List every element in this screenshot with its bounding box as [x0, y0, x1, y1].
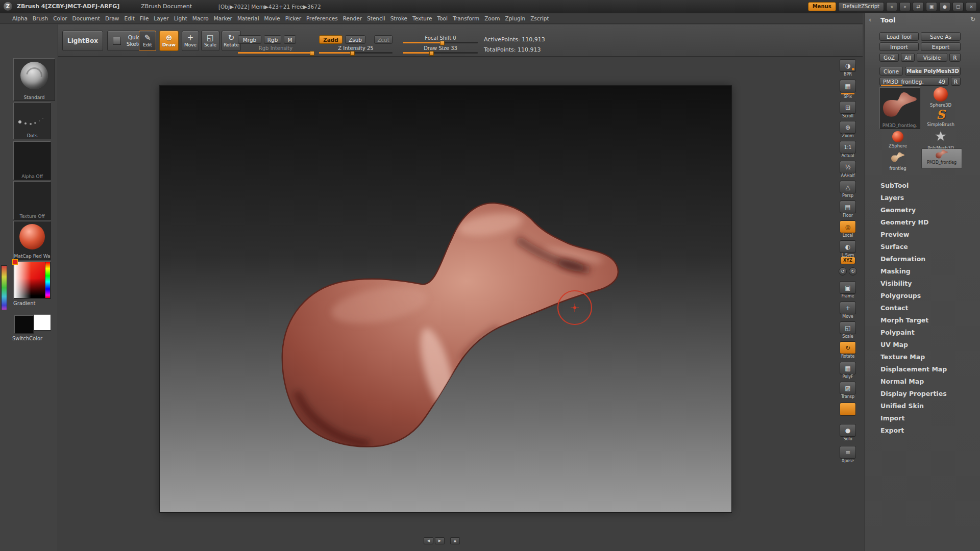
tool-section[interactable]: Displacement Map: [865, 363, 980, 375]
tray-scroll-right-icon[interactable]: »: [899, 2, 911, 11]
floor-grid-button[interactable]: ▤: [840, 201, 856, 213]
zadd-button[interactable]: Zadd: [319, 35, 342, 44]
menu-item[interactable]: Preferences: [306, 15, 338, 21]
menu-item[interactable]: Document: [72, 15, 100, 21]
m-button[interactable]: M: [284, 35, 296, 44]
open-tray-button[interactable]: ▲: [450, 537, 460, 544]
draw-mode-button[interactable]: ⊕ Draw: [159, 31, 179, 51]
focal-shift-slider[interactable]: Focal Shift 0: [403, 35, 478, 43]
edge-color-strip[interactable]: [1, 265, 7, 310]
active-tool-slider[interactable]: PM3D_frontleg. 49: [879, 77, 949, 86]
tool-section[interactable]: Polygroups: [865, 290, 980, 302]
active-tool-thumbnail[interactable]: PM3D_frontleg.: [879, 87, 920, 129]
material-selector[interactable]: MatCap Red Wa: [13, 221, 51, 260]
tool-section[interactable]: Unified Skin: [865, 400, 980, 412]
swap-bars-icon[interactable]: ⇄: [913, 2, 924, 11]
move-3d-button[interactable]: +: [840, 302, 856, 314]
tool-section[interactable]: UV Map: [865, 339, 980, 351]
aahalf-button[interactable]: ½: [840, 161, 856, 173]
tool-section[interactable]: Morph Target: [865, 314, 980, 327]
tray-scroll-left-icon[interactable]: «: [886, 2, 897, 11]
ghost-button[interactable]: [840, 403, 856, 416]
stroke-selector[interactable]: Dots: [13, 103, 51, 139]
menu-item[interactable]: Alpha: [12, 15, 28, 21]
xpose-button[interactable]: ≡: [840, 446, 856, 459]
zcut-button[interactable]: Zcut: [374, 35, 393, 44]
menu-item[interactable]: File: [140, 15, 149, 21]
tool-section[interactable]: Normal Map: [865, 375, 980, 388]
menu-item[interactable]: Transform: [453, 15, 479, 21]
lightbox-button[interactable]: LightBox: [62, 31, 103, 51]
perspective-button[interactable]: △: [840, 181, 856, 193]
spin-right-button[interactable]: ↻: [849, 267, 857, 276]
restore-configuration-icon[interactable]: ↻: [970, 16, 975, 23]
tool-section[interactable]: Export: [865, 424, 980, 437]
close-icon[interactable]: ×: [966, 2, 977, 11]
default-zscript-button[interactable]: DefaultZScript: [838, 2, 884, 11]
bpr-button[interactable]: ◑: [840, 59, 856, 72]
menu-item[interactable]: Draw: [105, 15, 119, 21]
menu-item[interactable]: Movie: [264, 15, 280, 21]
goz-all-button[interactable]: All: [901, 53, 915, 62]
menu-item[interactable]: Zscript: [530, 15, 549, 21]
tool-section[interactable]: Masking: [865, 265, 980, 278]
tool-section[interactable]: Geometry HD: [865, 216, 980, 229]
menu-item[interactable]: Color: [53, 15, 67, 21]
edit-mode-button[interactable]: ✎ Edit: [139, 31, 156, 51]
import-tool-button[interactable]: Import: [879, 42, 919, 51]
lock-icon[interactable]: ●: [939, 2, 950, 11]
menu-item[interactable]: Render: [343, 15, 362, 21]
spin-left-button[interactable]: ↺: [839, 267, 847, 276]
tool-section[interactable]: Layers: [865, 192, 980, 204]
rotate-3d-button[interactable]: ↻: [840, 341, 856, 354]
tool-item-zsphere[interactable]: ZSphere: [879, 131, 916, 148]
menu-item[interactable]: Zoom: [484, 15, 500, 21]
tool-item-pm3d-frontleg-selected[interactable]: PM3D_frontleg: [921, 148, 962, 169]
scale-mode-button[interactable]: ◱ Scale: [201, 31, 219, 51]
clone-button[interactable]: Clone: [879, 67, 903, 76]
dock-icon[interactable]: ▣: [926, 2, 937, 11]
frame-button[interactable]: ▣: [840, 281, 856, 294]
local-symmetry-button[interactable]: ◐: [840, 240, 856, 253]
rgb-intensity-slider[interactable]: Rgb Intensity: [238, 45, 313, 54]
move-mode-button[interactable]: + Move: [182, 31, 199, 51]
polyframe-button[interactable]: ▦: [840, 362, 856, 374]
main-color-swatch[interactable]: [14, 315, 34, 334]
mrgb-button[interactable]: Mrgb: [238, 35, 261, 44]
tool-section[interactable]: SubTool: [865, 180, 980, 192]
menu-item[interactable]: Picker: [285, 15, 301, 21]
menu-item[interactable]: Zplugin: [505, 15, 525, 21]
z-intensity-slider[interactable]: Z Intensity 25: [319, 45, 393, 54]
tool-section[interactable]: Visibility: [865, 278, 980, 290]
tool-item-frontleg[interactable]: frontleg: [879, 152, 916, 171]
tool-section[interactable]: Display Properties: [865, 388, 980, 400]
menu-item[interactable]: Macro: [192, 15, 209, 21]
goz-visible-button[interactable]: Visible: [917, 53, 947, 62]
draw-size-slider[interactable]: Draw Size 33: [403, 45, 478, 54]
transparency-button[interactable]: ▨: [840, 382, 856, 394]
scroll-left-button[interactable]: ◀: [424, 537, 433, 544]
tool-section[interactable]: Geometry: [865, 204, 980, 216]
spix-slider[interactable]: ▦: [840, 80, 856, 92]
saturation-square[interactable]: [14, 262, 45, 298]
secondary-color-swatch[interactable]: [34, 314, 51, 331]
tool-item-polymesh3d[interactable]: PolyMesh3D: [922, 130, 959, 151]
tool-section[interactable]: Polypaint: [865, 327, 980, 339]
menu-item[interactable]: Tool: [437, 15, 448, 21]
collapse-tray-icon[interactable]: ‹: [869, 16, 871, 23]
color-picker[interactable]: [13, 261, 51, 299]
menu-item[interactable]: Layer: [154, 15, 168, 21]
export-tool-button[interactable]: Export: [921, 42, 961, 51]
tool-palette-title[interactable]: Tool: [880, 16, 895, 24]
alpha-selector[interactable]: Alpha Off: [13, 141, 51, 180]
gradient-label[interactable]: Gradient: [13, 300, 36, 306]
load-tool-button[interactable]: Load Tool: [879, 32, 919, 41]
scroll-canvas-button[interactable]: ⊞: [840, 101, 856, 114]
tool-section[interactable]: Preview: [865, 229, 980, 241]
tool-section[interactable]: Texture Map: [865, 351, 980, 363]
actual-size-button[interactable]: 1:1: [840, 141, 856, 154]
menu-item[interactable]: Light: [174, 15, 187, 21]
menu-item[interactable]: Brush: [33, 15, 48, 21]
tool-section[interactable]: Surface: [865, 241, 980, 253]
menu-item[interactable]: Edit: [124, 15, 134, 21]
